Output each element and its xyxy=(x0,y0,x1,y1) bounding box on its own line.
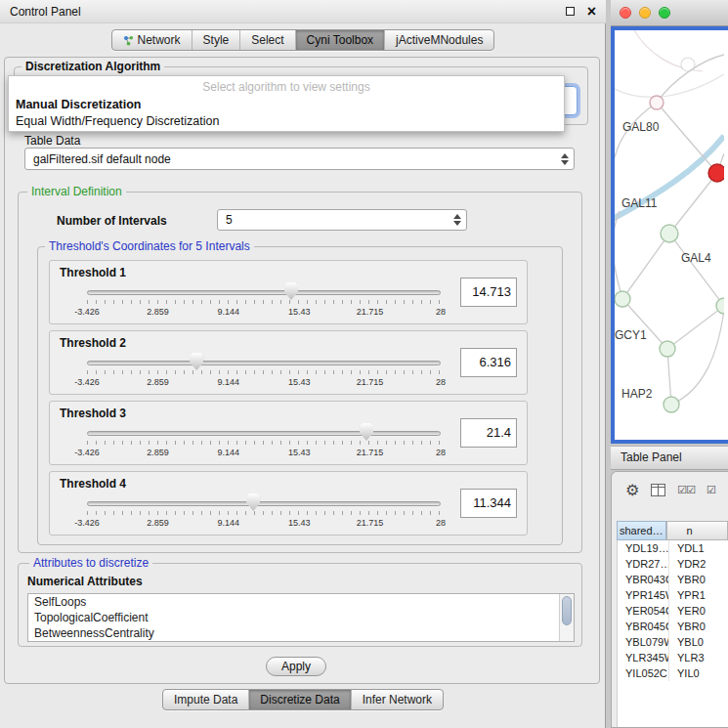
tab-select[interactable]: Select xyxy=(239,30,294,50)
slider-ticks xyxy=(87,511,441,515)
network-view-canvas[interactable]: GAL80 GAL11 GAL4 GCY1 HAP2 xyxy=(611,26,728,444)
cell-shared-name: YBR045C xyxy=(618,619,669,634)
node-selected-red[interactable] xyxy=(708,164,724,182)
slider-track[interactable] xyxy=(87,431,441,436)
attribute-list-item[interactable]: SelfLoops xyxy=(28,594,574,610)
tick-label: -3.426 xyxy=(74,448,100,457)
tab-jactivemnodules[interactable]: jActiveMNodules xyxy=(384,30,493,50)
settings-gear-icon[interactable]: ⚙ xyxy=(625,481,639,499)
slider-ticks xyxy=(87,370,441,374)
tab-infer-network[interactable]: Infer Network xyxy=(351,690,443,709)
thresholds-group-title: Threshold's Coordinates for 5 Intervals xyxy=(45,239,254,253)
attribute-list-item[interactable]: TopologicalCoefficient xyxy=(28,610,574,625)
column-header-name[interactable]: n xyxy=(666,521,728,540)
control-panel-titlebar: Control Panel × xyxy=(0,0,606,23)
node-gal80[interactable] xyxy=(650,96,664,109)
scrollbar-thumb[interactable] xyxy=(562,596,572,625)
float-window-icon[interactable] xyxy=(566,7,575,16)
cell-shared-name: YBL079W xyxy=(618,634,669,650)
node[interactable] xyxy=(660,341,675,357)
tab-network[interactable]: Network xyxy=(112,30,192,50)
tick-label: 21.715 xyxy=(357,307,384,317)
table-row[interactable]: YBL079W YBL0 xyxy=(618,634,728,650)
node-gal4[interactable] xyxy=(661,225,678,242)
tab-impute-data[interactable]: Impute Data xyxy=(163,690,248,709)
slider-thumb[interactable] xyxy=(246,493,260,511)
table-row[interactable]: YPR145W YPR1 xyxy=(618,587,728,603)
slider-track[interactable] xyxy=(87,361,441,365)
cell-shared-name: YER054C xyxy=(618,603,669,619)
tick-label: 9.144 xyxy=(218,377,240,387)
table-row[interactable]: YER054C YER0 xyxy=(618,603,728,619)
close-icon[interactable]: × xyxy=(587,6,596,18)
threshold-4-slider[interactable]: -3.4262.8599.14415.4321.71528 xyxy=(64,492,450,535)
select-none-icon[interactable]: ☑ xyxy=(707,484,715,496)
tick-label: 15.43 xyxy=(288,448,311,457)
cell-shared-name: YPR145W xyxy=(618,587,669,603)
tab-cyni-toolbox[interactable]: Cyni Toolbox xyxy=(295,30,384,50)
threshold-1-slider[interactable]: -3.4262.8599.14415.4321.71528 xyxy=(64,280,450,323)
attribute-list-item[interactable]: BetweennessCentrality xyxy=(28,625,574,641)
numerical-attributes-list: SelfLoopsTopologicalCoefficientBetweenne… xyxy=(27,593,575,642)
slider-thumb[interactable] xyxy=(360,423,373,441)
number-of-intervals-label: Number of Intervals xyxy=(57,214,167,228)
tick-label: 2.859 xyxy=(147,377,169,387)
tick-label: 21.715 xyxy=(357,518,384,528)
slider-scale: -3.4262.8599.14415.4321.71528 xyxy=(87,448,441,459)
combo-spinner-icon xyxy=(561,153,569,165)
threshold-2-value-field[interactable]: 6.316 xyxy=(460,348,517,377)
slider-track[interactable] xyxy=(87,501,441,506)
apply-button[interactable]: Apply xyxy=(266,657,326,676)
network-icon xyxy=(123,35,134,46)
numerical-attributes-label: Numerical Attributes xyxy=(27,575,143,588)
threshold-1-value-field[interactable]: 14.713 xyxy=(460,278,517,307)
table-data-combobox[interactable]: galFiltered.sif default node xyxy=(24,148,575,170)
tick-label: -3.426 xyxy=(74,518,100,528)
columns-icon[interactable] xyxy=(651,484,665,496)
zoom-traffic-button[interactable] xyxy=(659,7,670,19)
table-row[interactable]: YDR27… YDR2 xyxy=(618,556,728,572)
table-row[interactable]: YDL19… YDL1 xyxy=(618,540,728,556)
node-gcy1[interactable] xyxy=(615,291,630,307)
combo-spinner-icon xyxy=(453,214,461,226)
tab-style[interactable]: Style xyxy=(192,30,240,50)
list-scrollbar[interactable] xyxy=(559,594,574,641)
cell-shared-name: YDR27… xyxy=(618,556,669,572)
tab-discretize-data[interactable]: Discretize Data xyxy=(248,690,350,709)
threshold-3-label: Threshold 3 xyxy=(60,407,126,420)
threshold-3-value-field[interactable]: 21.4 xyxy=(460,418,517,448)
number-of-intervals-combobox[interactable]: 5 xyxy=(217,209,467,231)
slider-track[interactable] xyxy=(87,290,441,295)
cell-shared-name: YIL052C xyxy=(618,665,669,681)
column-header-shared-name[interactable]: shared… xyxy=(617,521,666,540)
threshold-3-slider[interactable]: -3.4262.8599.14415.4321.71528 xyxy=(64,421,450,464)
tick-label: -3.426 xyxy=(74,377,100,387)
threshold-4-label: Threshold 4 xyxy=(60,477,126,491)
algorithm-dropdown-popup: Select algorithm to view settings Manual… xyxy=(8,75,565,132)
threshold-1-label: Threshold 1 xyxy=(60,266,126,279)
tab-network-label: Network xyxy=(138,33,181,47)
cell-name: YBR0 xyxy=(669,572,728,587)
threshold-2-slider[interactable]: -3.4262.8599.14415.4321.71528 xyxy=(64,351,450,394)
slider-scale: -3.4262.8599.14415.4321.71528 xyxy=(87,518,441,530)
tick-label: 15.43 xyxy=(288,307,311,317)
threshold-4-value-field[interactable]: 11.344 xyxy=(460,489,517,518)
table-row[interactable]: YBR043C YBR0 xyxy=(618,572,728,587)
select-all-icon[interactable]: ☑☑ xyxy=(677,484,695,496)
tick-label: 28 xyxy=(436,307,446,317)
node-label-hap2: HAP2 xyxy=(621,387,653,401)
table-row[interactable]: YBR045C YBR0 xyxy=(618,619,728,634)
node-hap2[interactable] xyxy=(664,397,679,412)
algorithm-placeholder-item[interactable]: Select algorithm to view settings xyxy=(9,79,564,97)
algorithm-item-manual-discretization[interactable]: Manual Discretization xyxy=(9,97,564,113)
table-row[interactable]: YIL052C YIL0 xyxy=(618,665,728,681)
minimize-traffic-button[interactable] xyxy=(639,7,651,19)
algorithm-item-equal-width-frequency[interactable]: Equal Width/Frequency Discretization xyxy=(9,113,564,130)
table-panel-header[interactable]: Table Panel xyxy=(611,446,728,470)
cell-name: YBL0 xyxy=(669,634,728,650)
slider-thumb[interactable] xyxy=(284,282,298,300)
close-traffic-button[interactable] xyxy=(620,7,631,19)
table-row[interactable]: YLR345W YLR3 xyxy=(618,650,728,665)
number-of-intervals-value: 5 xyxy=(226,213,233,227)
slider-thumb[interactable] xyxy=(190,353,203,370)
